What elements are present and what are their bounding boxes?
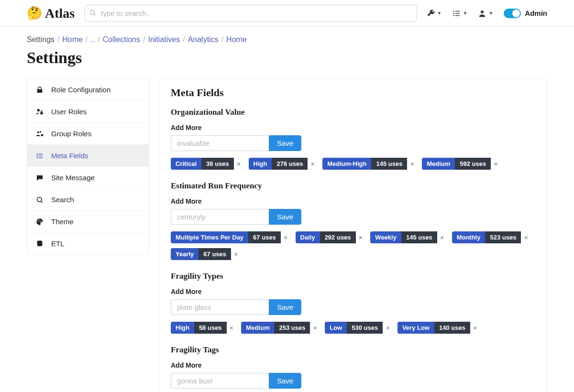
tag-remove-icon[interactable]: ×: [383, 322, 393, 334]
tag-name: Monthly: [452, 231, 486, 243]
tag-remove-icon[interactable]: ×: [407, 158, 417, 170]
tag-name: High: [249, 158, 272, 170]
svg-point-3: [453, 12, 454, 13]
subsection-title: Organizational Value: [171, 108, 535, 117]
svg-point-12: [40, 131, 41, 132]
tag-remove-icon[interactable]: ×: [521, 231, 531, 243]
tag: Daily292 uses×: [296, 231, 366, 243]
tag-remove-icon[interactable]: ×: [231, 248, 241, 260]
svg-line-1: [94, 14, 96, 15]
navbar: 🤔 Atlas ▼ ▼ ▼ Admin: [0, 0, 574, 27]
global-search-input[interactable]: [84, 5, 417, 22]
svg-rect-19: [38, 157, 43, 158]
tools-menu[interactable]: ▼: [427, 9, 442, 18]
add-more-input[interactable]: [171, 209, 269, 225]
sidebar-item-search[interactable]: Search: [27, 189, 149, 211]
save-button[interactable]: Save: [269, 299, 301, 315]
breadcrumb-link[interactable]: Home: [226, 35, 247, 44]
tag: High276 uses×: [249, 158, 318, 170]
tag-remove-icon[interactable]: ×: [310, 322, 320, 334]
svg-rect-17: [38, 153, 43, 154]
global-search: [84, 5, 417, 22]
svg-rect-13: [41, 134, 44, 136]
breadcrumb-link[interactable]: Home: [62, 35, 83, 44]
tag-count: 530 uses: [347, 322, 383, 334]
add-more-input[interactable]: [171, 299, 269, 315]
tag: Weekly145 uses×: [370, 231, 447, 243]
sidebar-item-label: Theme: [51, 218, 74, 226]
tag-remove-icon[interactable]: ×: [437, 231, 447, 243]
sidebar-item-user-roles[interactable]: User Roles: [27, 101, 149, 123]
list-icon: [453, 9, 461, 18]
nav-actions: ▼ ▼ ▼ Admin: [427, 9, 547, 18]
tag: Yearly67 uses×: [171, 248, 241, 260]
sidebar-item-meta-fields[interactable]: Meta Fields: [27, 145, 149, 167]
svg-point-9: [37, 109, 40, 111]
add-more-label: Add More: [171, 197, 535, 205]
add-more-input[interactable]: [171, 373, 269, 389]
brand-text: Atlas: [45, 6, 75, 21]
tag: Very Low140 uses×: [397, 322, 480, 334]
user-menu[interactable]: ▼: [478, 9, 493, 18]
tag: High58 uses×: [171, 322, 236, 334]
sidebar-item-label: Role Configuration: [51, 86, 110, 94]
meta-section: Organizational ValueAdd MoreSaveCritical…: [171, 108, 535, 170]
admin-toggle[interactable]: [504, 9, 521, 18]
subsection-title: Estimated Run Frequency: [171, 181, 535, 191]
breadcrumb-link[interactable]: Analytics: [188, 35, 219, 44]
breadcrumb-link[interactable]: Initiatives: [148, 35, 180, 44]
sidebar-item-label: Search: [51, 196, 74, 204]
svg-point-23: [39, 219, 40, 220]
user-lock-icon: [35, 108, 44, 116]
tag-remove-icon[interactable]: ×: [470, 322, 480, 334]
tag: Multiple Times Per Day67 uses×: [171, 231, 291, 243]
admin-label: Admin: [525, 9, 547, 17]
tag-name: Very Low: [397, 322, 434, 334]
save-button[interactable]: Save: [269, 135, 301, 151]
tag-remove-icon[interactable]: ×: [491, 158, 501, 170]
sidebar-item-site-message[interactable]: Site Message: [27, 167, 149, 189]
tag-name: Critical: [171, 158, 201, 170]
tag: Medium-High145 uses×: [322, 158, 417, 170]
tag-name: Yearly: [171, 248, 199, 260]
tag-remove-icon[interactable]: ×: [356, 231, 366, 243]
settings-sidebar: Role Configuration User Roles Group Role…: [27, 78, 149, 255]
tag-remove-icon[interactable]: ×: [308, 158, 318, 170]
tag-name: Multiple Times Per Day: [171, 231, 248, 243]
save-button[interactable]: Save: [269, 373, 301, 389]
svg-point-11: [37, 131, 39, 133]
breadcrumb-link[interactable]: Collections: [103, 35, 140, 44]
svg-point-22: [38, 220, 39, 221]
sidebar-item-group-roles[interactable]: Group Roles: [27, 123, 149, 145]
comment-icon: [35, 174, 44, 182]
svg-point-24: [41, 220, 42, 221]
add-more-row: Save: [171, 209, 535, 225]
add-more-label: Add More: [171, 288, 535, 295]
svg-rect-7: [455, 15, 460, 16]
brand[interactable]: 🤔 Atlas: [27, 6, 75, 21]
tag: Monthly523 uses×: [452, 231, 531, 243]
breadcrumb-link[interactable]: ..: [90, 35, 95, 44]
lock-icon: [35, 86, 44, 94]
meta-section: Fragility TagsAdd MoreSaveFacility Build…: [171, 345, 535, 392]
save-button[interactable]: Save: [269, 209, 301, 225]
tag-remove-icon[interactable]: ×: [234, 158, 244, 170]
svg-point-2: [453, 11, 454, 11]
sidebar-item-etl[interactable]: ETL: [27, 233, 149, 254]
tag-name: Medium: [241, 322, 274, 334]
sidebar-item-theme[interactable]: Theme: [27, 211, 149, 233]
user-icon: [478, 9, 486, 18]
add-more-input[interactable]: [171, 135, 269, 151]
tag-name: High: [171, 322, 194, 334]
tag-list: Critical38 uses×High276 uses×Medium-High…: [171, 158, 535, 170]
tag-count: 67 uses: [199, 248, 231, 260]
sidebar-item-label: Group Roles: [51, 130, 91, 138]
svg-point-20: [37, 197, 42, 201]
sidebar-item-role-configuration[interactable]: Role Configuration: [27, 79, 149, 101]
tag-count: 145 uses: [371, 158, 407, 170]
tag-remove-icon[interactable]: ×: [281, 231, 291, 243]
sidebar-item-label: ETL: [51, 240, 65, 248]
tag-remove-icon[interactable]: ×: [227, 322, 237, 334]
search-icon: [89, 9, 96, 18]
list-menu[interactable]: ▼: [453, 9, 468, 18]
